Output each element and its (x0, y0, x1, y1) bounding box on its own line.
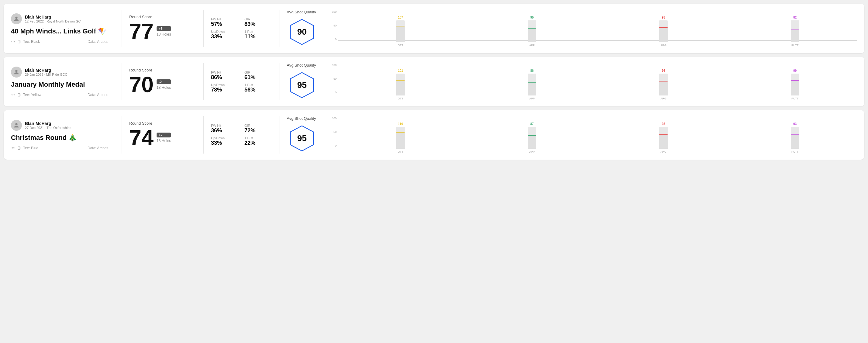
left-section: Blair McHarg 27 Dec 2021 · The Oxfordshi… (11, 120, 114, 150)
oneputt-label: 1 Putt (244, 30, 272, 33)
chart-baseline (338, 94, 857, 94)
bar-col-arg: 95 ARG (601, 122, 726, 153)
round-score-label: Round Score (129, 68, 196, 72)
chart-baseline (338, 40, 857, 41)
bar-track (791, 20, 799, 42)
oneputt-value: 56% (244, 87, 272, 93)
score-detail: +2 18 Holes (157, 132, 171, 143)
round-card: Blair McHarg 27 Dec 2021 · The Oxfordshi… (4, 110, 864, 160)
svg-point-8 (15, 123, 17, 125)
fw-hit-label: FW Hit (211, 70, 238, 74)
person-icon (13, 122, 20, 129)
bar-background (791, 135, 799, 149)
oneputt-stat: 1 Putt 11% (244, 30, 272, 40)
avg-quality-label: Avg Shot Quality (287, 10, 316, 14)
round-title: 40 Mph Winds... Links Golf 🪁 (11, 27, 108, 35)
divider (279, 10, 279, 47)
bar-track (528, 127, 536, 149)
user-info: Blair McHarg 12 Feb 2022 · Royal North D… (25, 14, 81, 23)
tee-label: Tee: Blue (23, 146, 38, 150)
bar-value-ott: 110 (398, 122, 403, 126)
fw-hit-stat: FW Hit 57% (211, 17, 238, 27)
footer-row: Tee: Yellow Data: Arccos (11, 93, 108, 97)
person-icon (13, 15, 20, 22)
y-label-0: 0 (335, 144, 337, 147)
oneputt-label: 1 Putt (244, 83, 272, 87)
bar-x-label: ARG (660, 150, 666, 153)
score-number: 77 (129, 20, 154, 42)
chart-y-axis: 100 50 0 (329, 117, 338, 147)
footer-row: Tee: Blue Data: Arccos (11, 146, 108, 150)
fw-hit-stat: FW Hit 36% (211, 124, 238, 134)
gir-label: GIR (244, 124, 272, 127)
bar-x-label: APP (529, 44, 535, 47)
oneputt-value: 11% (244, 33, 272, 40)
stats-grid: FW Hit 36% GIR 72% Up/Down 33% 1 Putt 22… (211, 124, 272, 146)
stats-section: FW Hit 57% GIR 83% Up/Down 33% 1 Putt 11… (211, 17, 272, 40)
chart-baseline (338, 147, 857, 147)
bar-line (791, 30, 799, 30)
bar-value-arg: 98 (662, 16, 665, 19)
gir-stat: GIR 83% (244, 17, 272, 27)
bar-value-putt: 99 (793, 69, 797, 72)
score-main: 74 +2 18 Holes (129, 127, 196, 149)
golf-bag-icon (17, 146, 21, 150)
tee-label: Tee: Yellow (23, 93, 41, 97)
bar-value-app: 86 (530, 69, 533, 72)
round-score-label: Round Score (129, 121, 196, 126)
bar-x-label: PUTT (792, 150, 799, 153)
user-info: Blair McHarg 29 Jan 2022 · Mill Ride GCC (25, 68, 67, 76)
quality-section: Avg Shot Quality 95 (287, 116, 329, 154)
bar-x-label: APP (529, 150, 535, 153)
bar-value-app: 87 (530, 122, 533, 126)
bar-background (659, 28, 668, 42)
score-section: Round Score 74 +2 18 Holes (129, 121, 196, 149)
avg-quality-label: Avg Shot Quality (287, 63, 316, 67)
divider (279, 116, 279, 154)
bar-x-label: OTT (398, 97, 403, 100)
updown-stat: Up/Down 33% (211, 30, 238, 40)
stats-section: FW Hit 86% GIR 61% Up/Down 78% 1 Putt 56… (211, 70, 272, 93)
score-holes: 18 Holes (157, 86, 171, 90)
score-badge: +5 (157, 26, 171, 31)
footer-row: Tee: Black Data: Arccos (11, 39, 108, 44)
divider (279, 63, 279, 100)
gir-stat: GIR 61% (244, 70, 272, 81)
score-main: 77 +5 18 Holes (129, 20, 196, 42)
chart-y-axis: 100 50 0 (329, 64, 338, 94)
bar-x-label: PUTT (792, 97, 799, 100)
y-label-0: 0 (335, 91, 337, 94)
bar-line (528, 83, 536, 83)
left-section: Blair McHarg 12 Feb 2022 · Royal North D… (11, 13, 114, 44)
y-label-100: 100 (332, 117, 337, 120)
bar-col-putt: 82 PUTT (733, 16, 857, 47)
stats-grid: FW Hit 86% GIR 61% Up/Down 78% 1 Putt 56… (211, 70, 272, 93)
quality-section: Avg Shot Quality 95 (287, 63, 329, 100)
stats-section: FW Hit 36% GIR 72% Up/Down 33% 1 Putt 22… (211, 124, 272, 146)
divider (204, 10, 204, 47)
divider (204, 63, 204, 100)
data-source: Data: Arccos (88, 146, 108, 150)
bar-x-label: PUTT (792, 44, 799, 47)
fw-hit-value: 36% (211, 127, 238, 134)
fw-hit-label: FW Hit (211, 124, 238, 127)
y-label-100: 100 (332, 10, 337, 13)
oneputt-value: 22% (244, 140, 272, 146)
bar-value-arg: 95 (662, 122, 665, 126)
oneputt-stat: 1 Putt 22% (244, 136, 272, 146)
bar-background (528, 29, 536, 42)
fw-hit-value: 86% (211, 74, 238, 81)
weather-icon (11, 39, 15, 44)
round-score-label: Round Score (129, 14, 196, 19)
bar-col-ott: 107 OTT (338, 16, 463, 47)
round-card: Blair McHarg 29 Jan 2022 · Mill Ride GCC… (4, 57, 864, 106)
y-label-100: 100 (332, 64, 337, 67)
updown-label: Up/Down (211, 83, 238, 87)
bar-col-app: 95 APP (470, 16, 594, 47)
bar-background (396, 81, 405, 95)
bar-value-ott: 107 (398, 16, 403, 19)
score-main: 70 -2 18 Holes (129, 73, 196, 95)
bar-chart: 100 50 0 107 OTT 95 APP (329, 10, 857, 47)
bar-background (659, 135, 668, 149)
updown-label: Up/Down (211, 30, 238, 33)
